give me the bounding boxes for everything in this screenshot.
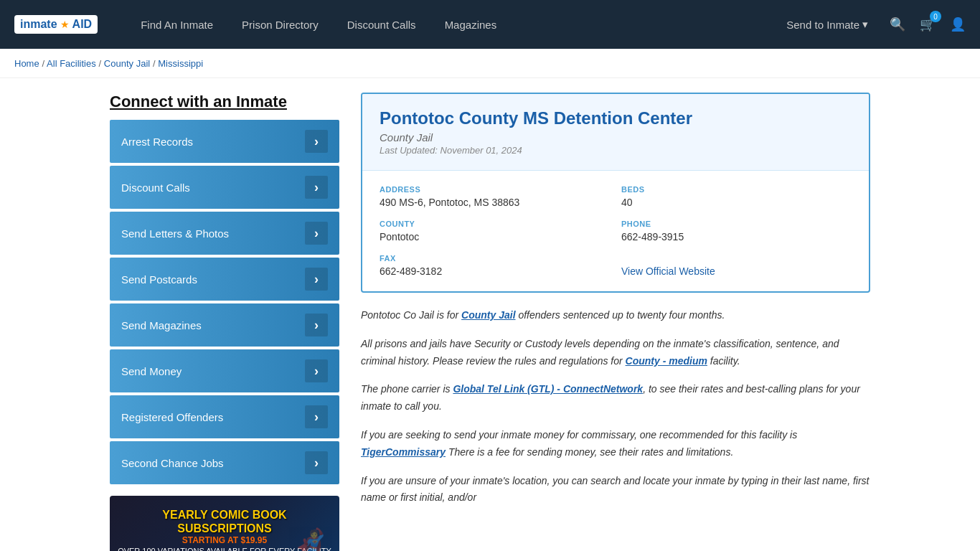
nav-discount-calls[interactable]: Discount Calls	[333, 0, 430, 49]
sidebar-label-send-letters: Send Letters & Photos	[121, 227, 229, 240]
facility-card: Pontotoc County MS Detention Center Coun…	[361, 93, 870, 293]
breadcrumb: Home / All Facilities / County Jail / Mi…	[0, 49, 980, 78]
desc-para1: Pontotoc Co Jail is for County Jail offe…	[361, 307, 870, 324]
sidebar-item-second-chance-jobs[interactable]: Second Chance Jobs ›	[110, 441, 339, 484]
detail-website: View Official Website	[621, 254, 852, 277]
ad-title-line1: YEARLY COMIC BOOK	[118, 508, 331, 522]
send-to-inmate-label: Send to Inmate	[786, 19, 859, 31]
sidebar-arrow-second-chance-jobs: ›	[305, 451, 328, 474]
nav-send-to-inmate[interactable]: Send to Inmate ▾	[772, 0, 882, 49]
desc-para3: The phone carrier is Global Tel Link (GT…	[361, 381, 870, 415]
logo-aid-text: AID	[72, 18, 93, 31]
sidebar-item-arrest-records[interactable]: Arrest Records ›	[110, 120, 339, 163]
desc-para1-after: offenders sentenced up to twenty four mo…	[516, 309, 725, 321]
sidebar-arrow-registered-offenders: ›	[305, 405, 328, 428]
main-content: Pontotoc County MS Detention Center Coun…	[361, 93, 870, 551]
sidebar-arrow-discount-calls: ›	[305, 176, 328, 199]
cart-badge: 0	[930, 11, 941, 22]
sidebar-item-send-letters[interactable]: Send Letters & Photos ›	[110, 212, 339, 255]
facility-name: Pontotoc County MS Detention Center	[380, 108, 852, 128]
logo[interactable]: inmate★AID	[14, 15, 98, 34]
facility-type: County Jail	[380, 131, 852, 143]
nav-icons: 🔍 🛒 0 👤	[890, 17, 966, 32]
desc-para3-before: The phone carrier is	[361, 383, 453, 395]
phone-value: 662-489-3915	[621, 231, 852, 242]
main-nav: inmate★AID Find An Inmate Prison Directo…	[0, 0, 980, 49]
detail-address: ADDRESS 490 MS-6, Pontotoc, MS 38863	[380, 185, 610, 208]
desc-para2-before: All prisons and jails have Security or C…	[361, 338, 839, 367]
sidebar-arrow-send-postcards: ›	[305, 268, 328, 291]
sidebar-item-discount-calls[interactable]: Discount Calls ›	[110, 166, 339, 209]
sidebar: Connect with an Inmate Arrest Records › …	[110, 93, 339, 551]
breadcrumb-county-jail[interactable]: County Jail	[104, 58, 150, 69]
desc-para5: If you are unsure of your inmate's locat…	[361, 473, 870, 507]
cart-icon[interactable]: 🛒 0	[920, 17, 936, 32]
detail-county: COUNTY Pontotoc	[380, 220, 610, 242]
nav-prison-directory[interactable]: Prison Directory	[227, 0, 333, 49]
beds-label: BEDS	[621, 185, 852, 194]
breadcrumb-state[interactable]: Mississippi	[158, 58, 203, 69]
search-icon[interactable]: 🔍	[890, 17, 905, 32]
sidebar-item-send-magazines[interactable]: Send Magazines ›	[110, 303, 339, 347]
address-value: 490 MS-6, Pontotoc, MS 38863	[380, 197, 610, 208]
sidebar-label-send-postcards: Send Postcards	[121, 273, 197, 286]
sidebar-label-arrest-records: Arrest Records	[121, 136, 193, 148]
detail-beds: BEDS 40	[621, 185, 852, 208]
logo-star: ★	[60, 19, 70, 30]
sidebar-arrow-arrest-records: ›	[305, 130, 328, 153]
nav-find-inmate[interactable]: Find An Inmate	[126, 0, 227, 49]
sidebar-arrow-send-letters: ›	[305, 222, 328, 245]
desc-para4-after: There is a fee for sending money, see th…	[446, 446, 733, 458]
county-value: Pontotoc	[380, 231, 610, 242]
website-link[interactable]: View Official Website	[621, 265, 715, 277]
send-dropdown-arrow: ▾	[862, 18, 868, 31]
desc-link-gtl[interactable]: Global Tel Link (GTL) - ConnectNetwork	[453, 383, 643, 395]
sidebar-menu: Arrest Records › Discount Calls › Send L…	[110, 120, 339, 484]
address-label: ADDRESS	[380, 185, 610, 194]
description: Pontotoc Co Jail is for County Jail offe…	[361, 307, 870, 507]
detail-fax: FAX 662-489-3182	[380, 254, 610, 277]
nav-links: Find An Inmate Prison Directory Discount…	[126, 0, 772, 49]
breadcrumb-sep2: /	[99, 58, 104, 69]
desc-para4-before: If you are seeking to send your inmate m…	[361, 429, 797, 441]
desc-para1-before: Pontotoc Co Jail is for	[361, 309, 461, 321]
county-label: COUNTY	[380, 220, 610, 228]
facility-header: Pontotoc County MS Detention Center Coun…	[362, 94, 869, 171]
fax-label: FAX	[380, 254, 610, 263]
sidebar-arrow-send-magazines: ›	[305, 314, 328, 336]
sidebar-label-second-chance-jobs: Second Chance Jobs	[121, 457, 224, 469]
detail-phone: PHONE 662-489-3915	[621, 220, 852, 242]
sidebar-item-registered-offenders[interactable]: Registered Offenders ›	[110, 395, 339, 438]
sidebar-label-send-magazines: Send Magazines	[121, 319, 202, 331]
sidebar-item-send-money[interactable]: Send Money ›	[110, 349, 339, 392]
desc-link-county-medium[interactable]: County - medium	[626, 355, 707, 367]
nav-magazines[interactable]: Magazines	[430, 0, 512, 49]
desc-link-county-jail[interactable]: County Jail	[461, 309, 515, 321]
sidebar-arrow-send-money: ›	[305, 359, 328, 382]
user-icon[interactable]: 👤	[950, 17, 966, 32]
facility-last-updated: Last Updated: November 01, 2024	[380, 145, 852, 156]
desc-para2: All prisons and jails have Security or C…	[361, 336, 870, 370]
desc-para4: If you are seeking to send your inmate m…	[361, 427, 870, 461]
website-spacer	[621, 254, 852, 263]
sidebar-label-send-money: Send Money	[121, 365, 182, 377]
sidebar-item-send-postcards[interactable]: Send Postcards ›	[110, 258, 339, 301]
sidebar-label-registered-offenders: Registered Offenders	[121, 411, 223, 423]
breadcrumb-all-facilities[interactable]: All Facilities	[47, 58, 96, 69]
facility-details: ADDRESS 490 MS-6, Pontotoc, MS 38863 BED…	[362, 171, 869, 291]
sidebar-label-discount-calls: Discount Calls	[121, 182, 190, 194]
fax-value: 662-489-3182	[380, 265, 610, 277]
desc-para2-after: facility.	[707, 355, 740, 367]
desc-link-tiger[interactable]: TigerCommissary	[361, 446, 446, 458]
logo-inmate-text: inmate	[20, 18, 57, 31]
beds-value: 40	[621, 197, 852, 208]
breadcrumb-home[interactable]: Home	[14, 58, 39, 69]
phone-label: PHONE	[621, 220, 852, 228]
ad-hero-icon: 🦸	[289, 527, 332, 551]
sidebar-title: Connect with an Inmate	[110, 93, 339, 111]
main-layout: Connect with an Inmate Arrest Records › …	[95, 78, 885, 551]
sidebar-ad[interactable]: YEARLY COMIC BOOK SUBSCRIPTIONS STARTING…	[110, 496, 339, 551]
